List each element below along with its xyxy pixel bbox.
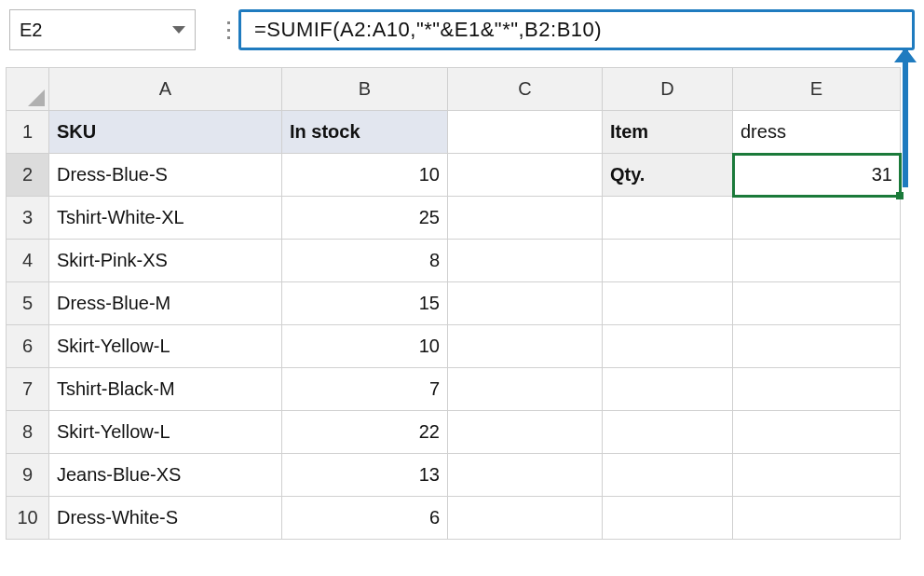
row-8: 8 Skirt-Yellow-L 22 [7,411,901,454]
cell-B10[interactable]: 6 [282,497,448,540]
cell-E5[interactable] [733,282,901,325]
cell-B2[interactable]: 10 [282,154,448,197]
cell-B4[interactable]: 8 [282,240,448,282]
cell-E7[interactable] [733,368,901,411]
formula-text: =SUMIF(A2:A10,"*"&E1&"*",B2:B10) [254,18,602,41]
row-10: 10 Dress-White-S 6 [7,497,901,540]
cell-C4[interactable] [448,240,603,282]
cell-A7[interactable]: Tshirt-Black-M [49,368,282,411]
row-header-4[interactable]: 4 [7,240,49,282]
row-9: 9 Jeans-Blue-XS 13 [7,454,901,497]
name-box-value: E2 [20,20,172,41]
row-5: 5 Dress-Blue-M 15 [7,282,901,325]
cell-E9[interactable] [733,454,901,497]
select-all-corner[interactable] [7,68,49,111]
chevron-down-icon[interactable] [172,26,185,34]
cell-A2[interactable]: Dress-Blue-S [49,154,282,197]
formula-bar-input[interactable]: =SUMIF(A2:A10,"*"&E1&"*",B2:B10) [238,9,915,50]
callout-arrow-icon [894,48,917,62]
col-header-B[interactable]: B [282,68,448,111]
cell-A6[interactable]: Skirt-Yellow-L [49,325,282,368]
cell-A9[interactable]: Jeans-Blue-XS [49,454,282,497]
cell-E10[interactable] [733,497,901,540]
cell-B7[interactable]: 7 [282,368,448,411]
cell-D6[interactable] [603,325,733,368]
cell-D7[interactable] [603,368,733,411]
row-header-2[interactable]: 2 [7,154,49,197]
row-2: 2 Dress-Blue-S 10 Qty. 31 [7,154,901,197]
formula-bar-row: E2 =SUMIF(A2:A10,"*"&E1&"*",B2:B10) [9,9,915,50]
cell-E3[interactable] [733,197,901,240]
cell-C1[interactable] [448,111,603,154]
cell-E4[interactable] [733,240,901,282]
spreadsheet-grid[interactable]: A B C D E 1 SKU In stock Item dress 2 Dr… [6,67,901,540]
cell-A3[interactable]: Tshirt-White-XL [49,197,282,240]
row-1: 1 SKU In stock Item dress [7,111,901,154]
row-header-8[interactable]: 8 [7,411,49,454]
cell-C2[interactable] [448,154,603,197]
row-4: 4 Skirt-Pink-XS 8 [7,240,901,282]
row-7: 7 Tshirt-Black-M 7 [7,368,901,411]
cell-B1[interactable]: In stock [282,111,448,154]
cell-B6[interactable]: 10 [282,325,448,368]
cell-D3[interactable] [603,197,733,240]
cell-D10[interactable] [603,497,733,540]
cell-C8[interactable] [448,411,603,454]
row-3: 3 Tshirt-White-XL 25 [7,197,901,240]
column-header-row: A B C D E [7,68,901,111]
cell-D5[interactable] [603,282,733,325]
cell-B3[interactable]: 25 [282,197,448,240]
cell-D1[interactable]: Item [603,111,733,154]
cell-A1[interactable]: SKU [49,111,282,154]
cell-B5[interactable]: 15 [282,282,448,325]
cell-D8[interactable] [603,411,733,454]
cell-E2-selected[interactable]: 31 [733,154,901,197]
row-header-7[interactable]: 7 [7,368,49,411]
cell-A5[interactable]: Dress-Blue-M [49,282,282,325]
cell-C6[interactable] [448,325,603,368]
cell-E6[interactable] [733,325,901,368]
cell-A10[interactable]: Dress-White-S [49,497,282,540]
callout-arrow-line [903,48,908,187]
col-header-A[interactable]: A [49,68,282,111]
col-header-C[interactable]: C [448,68,603,111]
cell-B9[interactable]: 13 [282,454,448,497]
cell-A8[interactable]: Skirt-Yellow-L [49,411,282,454]
row-header-9[interactable]: 9 [7,454,49,497]
cell-C10[interactable] [448,497,603,540]
cell-C9[interactable] [448,454,603,497]
col-header-D[interactable]: D [603,68,733,111]
cell-D4[interactable] [603,240,733,282]
row-header-1[interactable]: 1 [7,111,49,154]
row-header-5[interactable]: 5 [7,282,49,325]
cell-B8[interactable]: 22 [282,411,448,454]
row-header-6[interactable]: 6 [7,325,49,368]
formula-bar-divider [218,9,238,50]
cell-D2[interactable]: Qty. [603,154,733,197]
cell-A4[interactable]: Skirt-Pink-XS [49,240,282,282]
cell-C7[interactable] [448,368,603,411]
cell-C5[interactable] [448,282,603,325]
name-box[interactable]: E2 [9,9,196,50]
row-header-3[interactable]: 3 [7,197,49,240]
cell-D9[interactable] [603,454,733,497]
cell-E8[interactable] [733,411,901,454]
cell-C3[interactable] [448,197,603,240]
col-header-E[interactable]: E [733,68,901,111]
row-6: 6 Skirt-Yellow-L 10 [7,325,901,368]
row-header-10[interactable]: 10 [7,497,49,540]
cell-E1[interactable]: dress [733,111,901,154]
